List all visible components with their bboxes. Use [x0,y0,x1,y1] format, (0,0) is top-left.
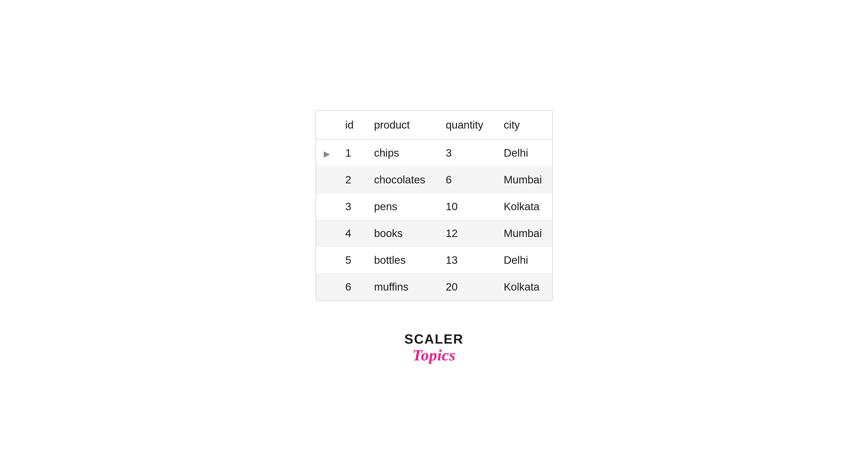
cell-id: 4 [335,220,364,247]
active-row-icon: ▶ [324,149,330,159]
cell-quantity: 13 [436,247,494,274]
cell-product: chocolates [364,167,436,193]
table-row: ▶1chips3Delhi [316,140,552,167]
table-header-row: id product quantity city [316,111,552,140]
col-header-indicator [316,111,335,140]
cell-city: Delhi [494,247,552,274]
cell-quantity: 3 [436,140,494,167]
row-indicator: ▶ [316,140,335,167]
main-content: id product quantity city ▶1chips3Delhi2c… [315,110,553,366]
cell-city: Mumbai [494,167,552,193]
cell-quantity: 6 [436,167,494,193]
cell-quantity: 10 [436,193,494,220]
table-row: 4books12Mumbai [316,220,552,247]
row-indicator [316,193,335,220]
cell-product: pens [364,193,436,220]
col-header-product: product [364,111,436,140]
cell-product: bottles [364,247,436,274]
cell-id: 5 [335,247,364,274]
table-row: 5bottles13Delhi [316,247,552,274]
row-indicator [316,220,335,247]
cell-product: muffins [364,274,436,301]
data-table: id product quantity city ▶1chips3Delhi2c… [316,111,552,300]
cell-quantity: 12 [436,220,494,247]
cell-id: 6 [335,274,364,301]
cell-city: Kolkata [494,274,552,301]
col-header-id: id [335,111,364,140]
brand-logo: SCALER Topics [404,331,464,366]
table-row: 2chocolates6Mumbai [316,167,552,193]
cell-quantity: 20 [436,274,494,301]
row-indicator [316,274,335,301]
cell-id: 2 [335,167,364,193]
cell-id: 3 [335,193,364,220]
row-indicator [316,167,335,193]
cell-product: chips [364,140,436,167]
col-header-city: city [494,111,552,140]
cell-product: books [364,220,436,247]
cell-city: Mumbai [494,220,552,247]
cell-id: 1 [335,140,364,167]
cell-city: Kolkata [494,193,552,220]
table-row: 3pens10Kolkata [316,193,552,220]
table-row: 6muffins20Kolkata [316,274,552,301]
row-indicator [316,247,335,274]
brand-topics-text: Topics [412,346,456,364]
cell-city: Delhi [494,140,552,167]
brand-scaler-text: SCALER [404,331,464,347]
data-table-container: id product quantity city ▶1chips3Delhi2c… [315,110,553,301]
col-header-quantity: quantity [436,111,494,140]
